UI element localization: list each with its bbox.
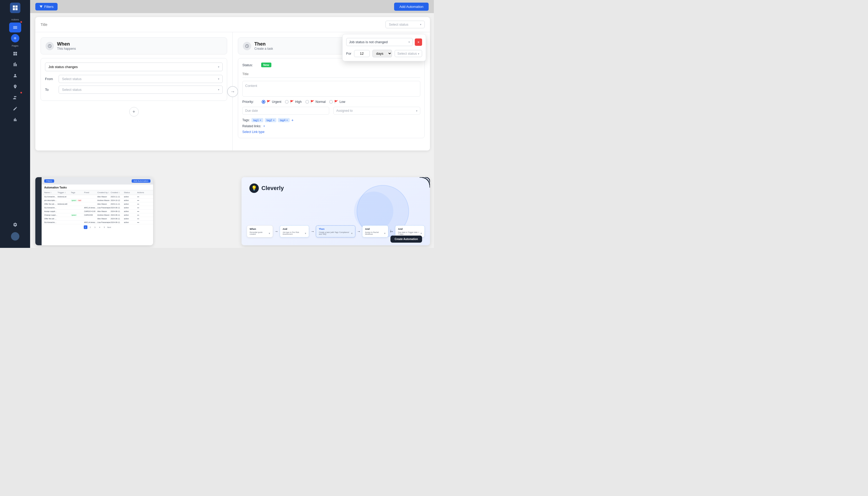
flow-arrow-3: → — [357, 229, 361, 233]
low-radio[interactable] — [329, 100, 333, 104]
chevron-down-icon: ▾ — [421, 232, 422, 235]
priority-low[interactable]: 🚩 Low — [329, 100, 345, 104]
urgent-flag-icon: 🚩 — [267, 100, 271, 104]
select-link-type[interactable]: Select Link type — [242, 130, 420, 134]
content-label: Content — [245, 84, 257, 88]
remove-tag-icon[interactable]: × — [286, 119, 288, 122]
status-placeholder: Select status — [397, 51, 417, 56]
flow-step-when: When Remedial quote created ▾ — [247, 226, 273, 237]
due-date-label: Due date — [245, 109, 258, 112]
priority-high[interactable]: 🚩 High — [285, 100, 302, 104]
to-select[interactable]: Select status ▾ — [59, 86, 223, 94]
small-add-button[interactable]: Add Automation — [132, 179, 151, 183]
filters-button[interactable]: Filters — [35, 3, 58, 11]
automation-table-panel: Filters Add Automation Automation Tasks … — [35, 177, 153, 245]
marketing-logo: 💡 Cleverly — [249, 184, 284, 193]
to-placeholder: Select status — [62, 88, 81, 92]
trigger-value: Job status changes — [48, 65, 78, 69]
flow-step-and-2: And Assign to Rachel Meadows ▾ — [362, 226, 388, 237]
table-row[interactable]: Offer the job app: remi... Alex Mason 20… — [42, 217, 153, 221]
popup-condition-select[interactable]: Job status is not changed ▾ — [346, 38, 413, 46]
sidebar-item-location[interactable] — [9, 82, 21, 92]
popup-card: Job status is not changed ▾ × For days h… — [342, 34, 426, 61]
add-link-button[interactable]: + — [263, 124, 265, 128]
task-content-area[interactable]: Content — [242, 81, 420, 97]
high-radio[interactable] — [285, 100, 289, 104]
page-1[interactable]: 1 — [84, 226, 88, 229]
assigned-to-field[interactable]: Assigned to ▾ — [333, 107, 420, 115]
editor-header: Select status ▾ — [35, 17, 430, 32]
priority-normal[interactable]: 🚩 Normal — [305, 100, 326, 104]
sidebar-item-actions[interactable] — [9, 22, 21, 32]
related-links-label: Related links: — [242, 124, 261, 128]
sidebar-item-edit[interactable] — [9, 104, 21, 113]
small-filters-button[interactable]: Filters — [44, 179, 54, 183]
flow-arrow-1: → — [274, 229, 278, 233]
status-select[interactable]: Select status ▾ — [395, 50, 422, 57]
flow-arrow-2: → — [311, 229, 314, 233]
when-title: When — [57, 41, 76, 47]
due-date-field[interactable]: Due date — [242, 107, 329, 115]
next-page[interactable]: Next — [107, 227, 111, 228]
remove-tag-icon[interactable]: × — [273, 119, 274, 122]
small-table-title: Automation Tasks — [42, 185, 153, 190]
to-row: To Select status ▾ — [45, 86, 223, 94]
app-logo — [10, 3, 20, 13]
table-row[interactable]: SLA breached for: plumb... ARCLA breache… — [42, 221, 153, 224]
page-4[interactable]: 4 — [98, 226, 101, 229]
days-select[interactable]: days hours — [373, 50, 392, 57]
sidebar-item-chart[interactable] — [9, 60, 21, 69]
to-label: To — [45, 88, 56, 92]
assigned-to-label: Assigned to — [336, 109, 353, 112]
from-label: From — [45, 77, 56, 81]
tag-chip-1[interactable]: tag1 × — [251, 118, 263, 122]
table-row[interactable]: Change supplier for: (Hire a sh...) gree… — [42, 213, 153, 217]
create-automation-button[interactable]: Create Automation — [391, 236, 422, 243]
sidebar-add-button[interactable]: + — [11, 34, 19, 42]
title-input[interactable] — [41, 22, 380, 27]
table-row[interactable]: SLA breached for: plumb... ARCLA breache… — [42, 206, 153, 210]
svg-point-1 — [14, 96, 15, 97]
add-trigger-button[interactable]: + — [129, 107, 139, 117]
trigger-select[interactable]: Job status changes ▾ — [45, 63, 223, 71]
tag-chip-2[interactable]: tag2 × — [265, 118, 277, 122]
chevron-down-icon: ▾ — [218, 88, 219, 91]
add-automation-button[interactable]: Add Automation — [394, 3, 429, 11]
table-row[interactable]: Offer the job app: remi... ActionsList0 … — [42, 202, 153, 206]
page-3[interactable]: 3 — [93, 226, 97, 229]
table-row[interactable]: SLA breached for: plumb... ActionsList A… — [42, 195, 153, 199]
trigger-card: Job status changes ▾ From Select status … — [41, 58, 227, 101]
popup-close-button[interactable]: × — [415, 38, 422, 46]
for-value-input[interactable] — [354, 50, 370, 57]
sidebar: Actions + Pages — [0, 0, 30, 248]
chevron-down-icon: ▾ — [416, 109, 417, 112]
page-5[interactable]: 5 — [102, 226, 106, 229]
urgent-radio[interactable] — [262, 100, 265, 104]
chevron-down-icon: ▾ — [351, 232, 352, 235]
settings-icon[interactable] — [13, 222, 17, 228]
sidebar-item-bar-chart[interactable] — [9, 115, 21, 125]
normal-radio[interactable] — [305, 100, 309, 104]
sidebar-item-grid[interactable] — [9, 49, 21, 59]
sidebar-item-team[interactable] — [9, 93, 21, 103]
task-card: Status: New Content Priority: 🚩 Urgent — [238, 58, 425, 138]
user-avatar[interactable] — [11, 232, 19, 241]
actions-label: Actions — [11, 18, 19, 21]
add-tag-button[interactable]: + — [291, 118, 294, 122]
task-title-input[interactable] — [242, 71, 420, 78]
status-select[interactable]: Select status ▾ — [385, 21, 425, 28]
table-row[interactable]: job description for: (Hire a sh...) gree… — [42, 199, 153, 202]
from-select[interactable]: Select status ▾ — [59, 75, 223, 83]
svg-point-0 — [14, 74, 16, 76]
page-2[interactable]: 2 — [89, 226, 92, 229]
marketing-panel: 💡 Cleverly When Remedial quote created ▾… — [241, 177, 430, 245]
sidebar-item-person[interactable] — [9, 71, 21, 81]
pagination: 1 2 3 4 5 Next — [42, 224, 153, 230]
chevron-down-icon: ▾ — [269, 232, 270, 235]
priority-urgent[interactable]: 🚩 Urgent — [262, 100, 281, 104]
remove-tag-icon[interactable]: × — [259, 119, 261, 122]
table-row[interactable]: Assign supplier for: (Hire a sh...) CARG… — [42, 210, 153, 213]
tags-row: Tags: tag1 × tag2 × tag4 × + — [242, 118, 420, 122]
down-arrow-icon: ↓ — [390, 229, 392, 233]
tag-chip-3[interactable]: tag4 × — [278, 118, 290, 122]
